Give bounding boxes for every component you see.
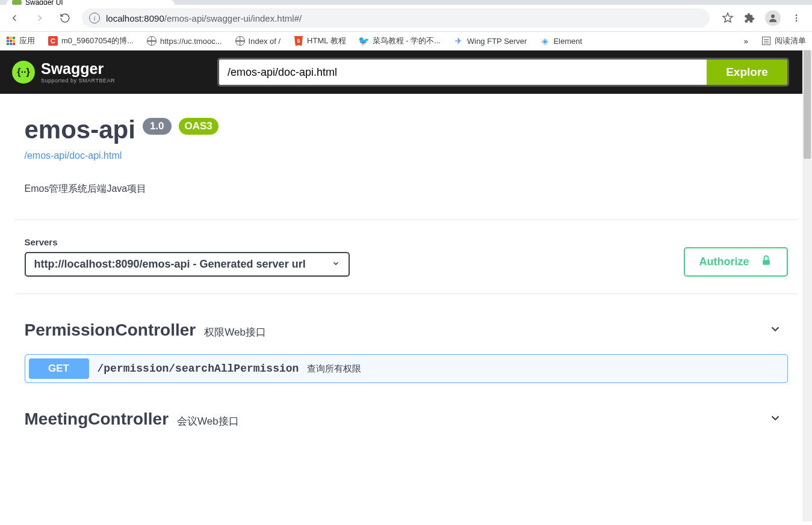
http-method-badge: GET [29,358,89,379]
swagger-logo-text: Swagger [41,61,115,76]
controller-desc: 权限Web接口 [204,325,266,339]
bookmarks-bar: 应用 C m0_59607054的博... https://uc.tmooc..… [0,32,812,51]
api-description: Emos管理系统后端Java项目 [25,183,788,195]
servers-label: Servers [25,237,350,247]
bookmark-item[interactable]: ✈ Wing FTP Server [454,36,527,46]
bookmark-label: https://uc.tmooc... [160,37,222,46]
chevron-down-icon [332,259,340,269]
oas-badge: OAS3 [179,118,218,135]
url-bar[interactable]: i localhost:8090/emos-api/swagger-ui/ind… [82,8,710,28]
element-icon: ◈ [540,36,550,46]
browser-tab[interactable]: Swagger UI [6,0,175,5]
bookmark-label: HTML 教程 [307,35,346,46]
bookmark-item[interactable]: Index of / [235,36,280,46]
bookmark-label: Element [553,37,582,46]
endpoint-path: /permission/searchAllPermission [98,363,299,375]
reading-list[interactable]: 阅读清单 [761,35,806,46]
swagger-spec-input[interactable] [217,58,707,87]
swagger-logo: {··} Swagger Supported by SMARTBEAR [12,61,115,84]
forward-button[interactable] [31,10,48,26]
controller-name: PermissionController [25,321,196,340]
scrollbar[interactable] [802,51,812,521]
bookmark-label: 菜鸟教程 - 学的不... [373,35,441,46]
menu-icon[interactable] [790,12,802,24]
browser-toolbar: i localhost:8090/emos-api/swagger-ui/ind… [0,5,812,32]
chevron-down-icon [769,411,782,428]
bookmark-label: 应用 [19,35,35,46]
controller-header-permission[interactable]: PermissionController 权限Web接口 [25,321,788,340]
authorize-button[interactable]: Authorize [684,247,788,277]
swagger-logo-icon: {··} [12,61,35,84]
svg-point-2 [796,17,798,19]
svg-point-1 [796,14,798,16]
reload-button[interactable] [57,10,73,26]
bookmark-more[interactable]: » [740,37,752,46]
csdn-icon: C [48,36,58,46]
controller-desc: 会议Web接口 [177,414,239,428]
wing-icon: ✈ [454,36,463,46]
bookmark-item[interactable]: C m0_59607054的博... [48,35,134,46]
authorize-label: Authorize [699,256,749,268]
endpoint-desc: 查询所有权限 [307,363,361,375]
api-title: emos-api [25,115,135,144]
svg-point-0 [771,14,775,18]
version-badge: 1.0 [143,118,172,135]
svg-point-3 [796,20,798,22]
globe-icon [235,36,245,46]
bookmark-label: Wing FTP Server [467,37,527,46]
tab-favicon [12,0,22,5]
globe-icon [147,36,157,46]
html5-icon: 5 [294,36,303,46]
swagger-topbar: {··} Swagger Supported by SMARTBEAR Expl… [0,51,812,94]
extensions-icon[interactable] [743,12,755,24]
explore-button[interactable]: Explore [707,58,789,87]
server-selected: http://localhost:8090/emos-api - Generat… [34,258,322,271]
divider [15,293,798,294]
reading-list-icon [761,36,771,46]
controller-name: MeetingController [25,410,169,429]
bookmark-item[interactable]: 5 HTML 教程 [294,35,346,46]
bookmark-label: m0_59607054的博... [61,35,134,46]
bookmark-item[interactable]: ◈ Element [540,36,582,46]
url-text: localhost:8090/emos-api/swagger-ui/index… [106,13,302,23]
browser-tab-strip: Swagger UI [0,0,812,5]
tab-title: Swagger UI [25,0,63,5]
svg-rect-4 [763,260,770,265]
star-icon[interactable] [722,12,734,24]
scrollbar-thumb[interactable] [804,51,811,159]
server-select[interactable]: http://localhost:8090/emos-api - Generat… [25,252,350,277]
endpoint-row[interactable]: GET /permission/searchAllPermission 查询所有… [25,354,788,383]
swagger-logo-subtitle: Supported by SMARTBEAR [41,78,115,84]
controller-header-meeting[interactable]: MeetingController 会议Web接口 [25,410,788,429]
profile-icon[interactable] [765,10,781,26]
site-info-icon[interactable]: i [89,13,100,23]
bookmark-label: Index of / [249,37,280,46]
api-spec-link[interactable]: /emos-api/doc-api.html [25,150,122,161]
bookmark-item[interactable]: https://uc.tmooc... [147,36,222,46]
bookmark-apps[interactable]: 应用 [6,35,35,46]
bookmark-item[interactable]: 🐦 菜鸟教程 - 学的不... [359,35,441,46]
reading-list-label: 阅读清单 [775,35,806,46]
bird-icon: 🐦 [359,36,369,46]
back-button[interactable] [6,10,23,26]
chevron-down-icon [769,322,782,339]
apps-icon [6,36,16,46]
lock-icon [760,254,772,269]
